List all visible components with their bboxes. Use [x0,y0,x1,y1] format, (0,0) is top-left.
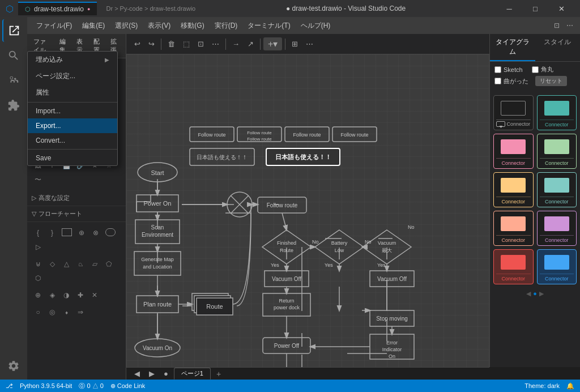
tab[interactable]: ⬡ draw-test.drawio ● [18,2,97,15]
fc-bracket-left[interactable]: { [32,227,44,239]
fc-db[interactable]: ⊍ [32,258,44,270]
code-link[interactable]: ⊕ Code Link [110,382,146,390]
tab-diagram[interactable]: タイアグラム [490,34,535,61]
fc-cross3[interactable]: ✕ [88,289,101,301]
menu-go[interactable]: 移動(G) [176,19,208,33]
activity-extensions[interactable] [2,94,25,117]
fc-cross[interactable]: ⊕ [75,227,88,239]
activity-settings[interactable] [2,355,25,377]
minimize-button[interactable]: ─ [496,0,522,17]
fc-cross2[interactable]: ✚ [74,289,87,301]
toolbar-clone[interactable]: ⬚ [180,38,193,50]
shape-card-9[interactable]: Connector [493,249,534,284]
more-actions-icon[interactable]: ⋯ [564,19,575,32]
toolbar-grid[interactable]: ⊞ [288,38,301,50]
toolbar-format[interactable]: ⊡ [194,38,207,50]
menu-view[interactable]: 表示(V) [143,19,175,33]
activity-git[interactable] [2,69,25,92]
toolbar-more1[interactable]: ⋯ [208,38,223,50]
shape-preview-8 [540,214,574,234]
toolbar-arrow1[interactable]: → [229,38,243,50]
toolbar-redo[interactable]: ↪ [145,38,158,50]
drawio-canvas[interactable]: Start Power On Scan Environment Generate… [126,54,489,367]
statusbar-right: Theme: dark 🔔 [524,382,574,390]
toolbar-insert[interactable]: +▾ [263,37,282,50]
round-checkbox[interactable] [532,66,539,73]
menu-run[interactable]: 実行(D) [210,19,242,33]
shape-card-3[interactable]: Connector [493,134,534,169]
scroll-left-icon[interactable]: ◀ [526,290,531,297]
menu-edit[interactable]: 編集(E) [78,19,109,33]
shape-card-10[interactable]: Connector [537,249,577,284]
toolbar-delete[interactable]: 🗑 [164,38,178,50]
menu-help[interactable]: ヘルプ(H) [296,19,335,33]
nav-left-btn[interactable]: ◀ [131,368,143,380]
shape-generate[interactable] [134,252,181,275]
fc-triangle2[interactable]: △ [60,258,72,270]
fc-trapezoid[interactable]: ⏢ [74,258,87,270]
tab-style[interactable]: スタイル [535,34,581,61]
activity-search[interactable] [2,44,25,67]
fc-parallelogram[interactable]: ▱ [88,258,101,270]
sketch-checkbox[interactable] [494,66,501,73]
fc-half[interactable]: ◑ [60,289,72,301]
menu-file[interactable]: ファイル(F) [32,19,76,33]
notifications-icon[interactable]: 🔔 [566,382,574,390]
fc-triangle[interactable]: ▷ [32,241,44,253]
fc-circle2[interactable]: ○ [32,306,44,318]
dd-pagesettings[interactable]: ページ設定... [28,68,117,84]
fc-arrow-right[interactable]: ⇒ [74,306,87,318]
shape-card-4[interactable]: Connector [537,134,577,169]
fc-hex2[interactable]: ⬡ [32,272,44,284]
scroll-right-icon[interactable]: ▶ [539,290,544,297]
curved-checkbox[interactable] [494,78,501,84]
theme-label[interactable]: Theme: dark [524,382,560,390]
toolbar-more2[interactable]: ⋯ [302,38,317,50]
dd-attributes[interactable]: 属性 [28,84,117,101]
reset-button[interactable]: リセット [535,76,567,86]
section-advanced[interactable]: ▷ 高度な設定 [27,190,126,206]
nav-dot-btn[interactable]: ● [160,368,172,380]
fc-diamond2[interactable]: ◇ [46,258,58,270]
fc-pentagon[interactable]: ⬠ [103,258,115,270]
shape-wave[interactable]: 〜 [32,173,44,186]
curved-checkbox-row: 曲がった リセット [494,76,575,86]
close-button[interactable]: ✕ [548,0,574,17]
shape-finishedroute[interactable] [262,230,311,264]
fc-circle-dot[interactable]: ⊕ [32,289,44,301]
dd-export[interactable]: Export... [28,118,117,133]
toolbar-arrow2[interactable]: ↗ [244,38,257,50]
nav-right-btn[interactable]: ▶ [146,368,158,380]
dd-convert[interactable]: Convert... [28,133,117,148]
shape-card-7[interactable]: Connector [493,211,534,246]
shape-card-6[interactable]: Connector [537,172,577,207]
menu-selection[interactable]: 選択(S) [110,19,142,33]
dd-embed[interactable]: 埋め込み ▶ [28,52,117,68]
dd-save[interactable]: Save [28,151,117,165]
toolbar-undo[interactable]: ↩ [131,38,144,50]
fc-diamond4[interactable]: ⬧ [60,306,72,318]
add-page-button[interactable]: + [213,368,224,380]
shape-card-5[interactable]: Connector [493,172,534,207]
shape-preview-1 [496,98,531,118]
shape-card-2[interactable]: Connector [537,95,577,130]
shape-card-1[interactable]: Connector [493,95,534,130]
python-version[interactable]: Python 3.9.5 64-bit [20,382,72,389]
activity-explorer[interactable] [2,19,25,42]
fc-rounded[interactable] [105,228,116,236]
fc-rect[interactable] [62,228,72,236]
fc-diamond3[interactable]: ◈ [46,289,58,301]
section-flowchart[interactable]: ▽ フローチャート [27,206,126,222]
fc-ring[interactable]: ◎ [46,306,58,318]
problems-count[interactable]: ⓪ 0 △ 0 [79,382,103,390]
dd-import[interactable]: Import... [28,104,117,118]
shape-card-8[interactable]: Connector [537,211,577,246]
fc-x[interactable]: ⊗ [89,227,102,239]
page-tab-1[interactable]: ページ1 [174,368,211,380]
split-editor-icon[interactable]: ⊡ [552,19,562,32]
shape-vacuummax[interactable] [362,230,411,264]
menu-terminal[interactable]: ターミナル(T) [243,19,295,33]
shape-batterylow[interactable] [315,230,364,264]
maximize-button[interactable]: □ [522,0,548,17]
fc-bracket-right[interactable]: } [46,227,58,239]
